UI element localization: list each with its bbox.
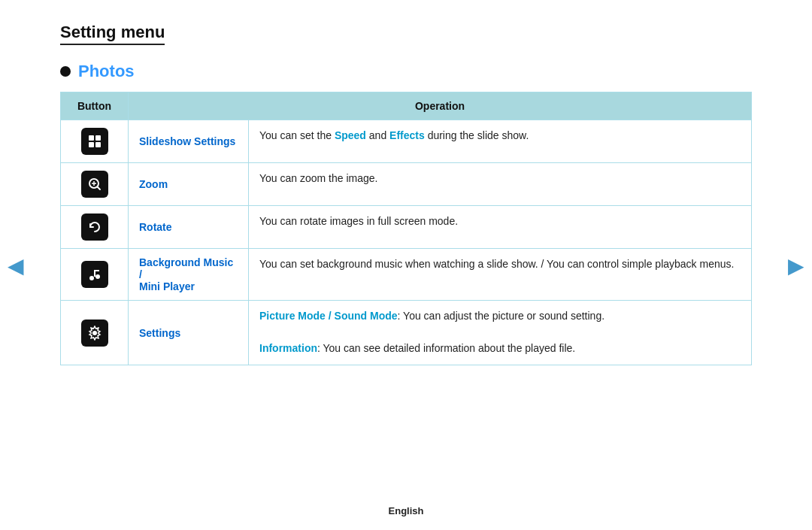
table-row: Background Music /Mini PlayerYou can set… [61, 249, 752, 301]
description-cell: Picture Mode / Sound Mode: You can adjus… [249, 301, 752, 365]
description-cell: You can zoom the image. [249, 163, 752, 206]
zoom-icon [81, 171, 108, 198]
button-label: Slideshow Settings [139, 135, 235, 147]
page-title: Setting menu [60, 23, 165, 45]
col-operation-header: Operation [129, 92, 752, 120]
rotate-icon [81, 214, 108, 241]
description-cell: You can set background music when watchi… [249, 249, 752, 301]
page-content: Setting menu Photos Button Operation Sli… [0, 0, 812, 380]
left-nav-arrow[interactable]: ◀ [8, 253, 24, 277]
button-label: Background Music /Mini Player [139, 256, 233, 292]
music-icon [81, 261, 108, 288]
right-nav-arrow[interactable]: ▶ [788, 253, 804, 277]
svg-rect-1 [95, 135, 101, 141]
button-label-cell: Background Music /Mini Player [129, 249, 249, 301]
button-label: Rotate [139, 221, 172, 233]
highlight-text: Information [259, 342, 317, 354]
svg-rect-0 [89, 135, 94, 141]
icon-cell [61, 249, 129, 301]
icon-cell [61, 163, 129, 206]
table-row: SettingsPicture Mode / Sound Mode: You c… [61, 301, 752, 365]
button-label-cell: Settings [129, 301, 249, 365]
description-cell: You can rotate images in full screen mod… [249, 206, 752, 249]
section-header: Photos [60, 62, 752, 81]
icon-cell [61, 206, 129, 249]
grid-icon [81, 128, 108, 155]
table-header-row: Button Operation [61, 92, 752, 120]
highlight-text: Speed [335, 129, 366, 141]
col-button-header: Button [61, 92, 129, 120]
table-row: Slideshow SettingsYou can set the Speed … [61, 120, 752, 163]
highlight-text: Picture Mode / Sound Mode [259, 310, 398, 322]
highlight-text: Effects [389, 129, 425, 141]
button-label-cell: Slideshow Settings [129, 120, 249, 163]
settings-table: Button Operation Slideshow SettingsYou c… [60, 92, 752, 365]
svg-rect-3 [95, 142, 101, 147]
description-cell: You can set the Speed and Effects during… [249, 120, 752, 163]
section-title: Photos [78, 62, 135, 81]
button-label-cell: Zoom [129, 163, 249, 206]
svg-point-9 [95, 274, 100, 279]
button-label-cell: Rotate [129, 206, 249, 249]
footer-language: English [389, 505, 424, 516]
table-row: RotateYou can rotate images in full scre… [61, 206, 752, 249]
table-row: ZoomYou can zoom the image. [61, 163, 752, 206]
svg-point-8 [89, 276, 94, 280]
icon-cell [61, 301, 129, 365]
svg-rect-2 [89, 142, 94, 147]
svg-line-5 [97, 187, 100, 190]
button-label: Zoom [139, 178, 168, 190]
settings-icon [81, 320, 108, 347]
icon-cell [61, 120, 129, 163]
button-label: Settings [139, 327, 180, 339]
bullet-dot [60, 66, 71, 77]
svg-rect-11 [94, 270, 99, 271]
svg-point-12 [92, 331, 97, 335]
